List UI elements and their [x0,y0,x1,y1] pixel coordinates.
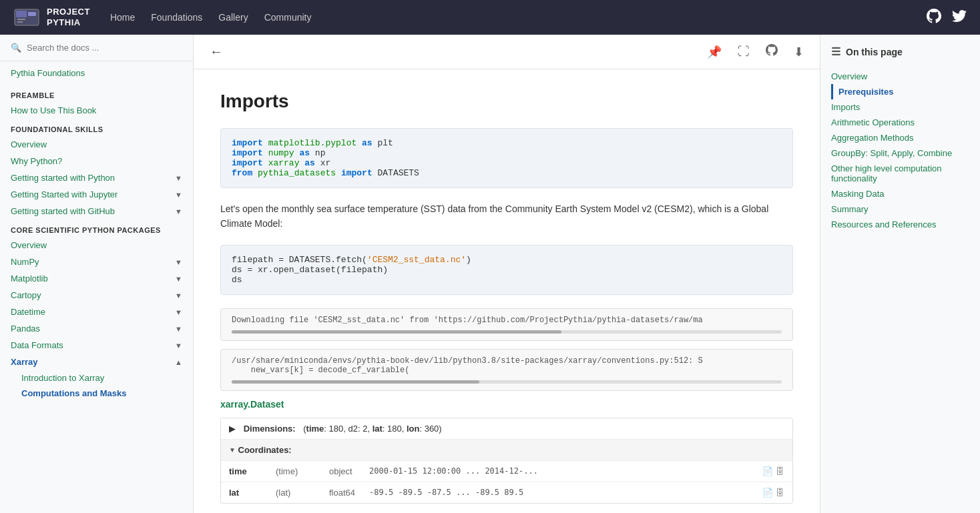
nav-social-icons [927,9,967,27]
dataset-row-time: time (time) object 2000-01-15 12:00:00 .… [221,461,792,482]
toc-item-other[interactable]: Other high level computation functionali… [831,161,969,186]
svg-rect-2 [17,19,25,20]
center-content: ← 📌 ⛶ ⬇ Imports import matplotlib.pyplot… [194,35,820,513]
toc-item-summary[interactable]: Summary [831,201,969,217]
back-button[interactable]: ← [210,44,223,59]
left-sidebar: 🔍 Pythia Foundations PREAMBLE How to Use… [0,35,194,513]
chevron-down-icon: ▼ [175,191,182,199]
svg-rect-4 [28,12,36,16]
toc-item-imports[interactable]: Imports [831,99,969,115]
svg-rect-3 [17,21,23,23]
sidebar-item-pandas[interactable]: Pandas ▼ [0,320,193,337]
search-input[interactable] [27,43,182,53]
intro-paragraph: Let's open the monthly sea surface tempe… [220,201,793,231]
nav-links: Home Foundations Gallery Community [110,12,927,23]
top-navigation: PROJECT PYTHIA Home Foundations Gallery … [0,0,980,35]
main-layout: 🔍 Pythia Foundations PREAMBLE How to Use… [0,35,980,513]
code-block-imports: import matplotlib.pyplot as plt import n… [220,128,793,188]
toc-header: ☰ On this page [831,45,969,58]
sidebar-pythia-foundations-link[interactable]: Pythia Foundations [0,61,193,85]
chevron-down-icon: ▼ [175,207,182,215]
sidebar-item-matplotlib[interactable]: Matplotlib ▼ [0,270,193,287]
fullscreen-icon[interactable]: ⛶ [738,45,750,59]
toc-item-resources[interactable]: Resources and References [831,217,969,232]
chevron-down-icon: ▼ [175,308,182,316]
chevron-down-icon: ▼ [175,258,182,266]
coordinates-header: ▼ Coordinates: [221,440,792,461]
dataset-label: xarray.Dataset [220,399,793,410]
toc-item-groupby[interactable]: GroupBy: Split, Apply, Combine [831,145,969,161]
github-content-icon[interactable] [766,44,778,59]
sidebar-item-getting-started-jupyter[interactable]: Getting Started with Jupyter ▼ [0,186,193,203]
content-toolbar: ← 📌 ⛶ ⬇ [194,35,820,69]
dataset-section: ▶ Dimensions: (time: 180, d2: 2, lat: 18… [220,418,793,504]
dataset-row-lat: lat (lat) float64 -89.5 -89.5 -87.5 ... … [221,482,792,503]
toc-item-prerequisites[interactable]: Prerequisites [831,84,969,99]
dataset-row-icons[interactable]: 📄 🗄 [762,466,784,476]
sidebar-item-overview-fs[interactable]: Overview [0,136,193,153]
right-sidebar: ☰ On this page Overview Prerequisites Im… [820,35,980,513]
content-body: Imports import matplotlib.pyplot as plt … [194,69,820,513]
sidebar-item-how-to-use[interactable]: How to Use This Book [0,102,193,119]
logo-icon [13,4,40,31]
chevron-up-icon: ▲ [175,358,182,366]
dataset-row-icons-lat[interactable]: 📄 🗄 [762,488,784,498]
chevron-down-icon: ▼ [175,275,182,283]
toc-item-masking[interactable]: Masking Data [831,186,969,201]
sidebar-item-data-formats[interactable]: Data Formats ▼ [0,337,193,354]
nav-foundations[interactable]: Foundations [151,12,202,23]
nav-home[interactable]: Home [110,12,135,23]
download-icon[interactable]: ⬇ [794,45,804,59]
chevron-down-icon: ▼ [175,174,182,182]
toc-list-icon: ☰ [831,45,840,58]
dimensions-row: ▶ Dimensions: (time: 180, d2: 2, lat: 18… [221,418,792,440]
nav-community[interactable]: Community [264,12,312,23]
output-block-download: Downloading file 'CESM2_sst_data.nc' fro… [220,308,793,341]
chevron-down-icon: ▼ [175,325,182,333]
toc-item-arithmetic[interactable]: Arithmetic Operations [831,115,969,130]
pin-icon[interactable]: 📌 [707,45,722,59]
logo-text: PROJECT PYTHIA [47,7,90,27]
toc-item-aggregation[interactable]: Aggregation Methods [831,130,969,145]
sidebar-subitem-comp-masks[interactable]: Computations and Masks [0,386,193,401]
output-block-warning: /usr/share/miniconda/envs/pythia-book-de… [220,349,793,391]
sidebar-item-xarray[interactable]: Xarray ▲ [0,354,193,370]
page-title: Imports [220,91,793,112]
search-box[interactable]: 🔍 [0,35,193,61]
chevron-down-icon: ▼ [175,292,182,300]
chevron-down-icon: ▼ [175,342,182,350]
triangle-down-icon[interactable]: ▼ [229,446,236,454]
sidebar-subitem-intro-xarray[interactable]: Introduction to Xarray [0,370,193,386]
code-block-fetch: filepath = DATASETS.fetch('CESM2_sst_dat… [220,245,793,295]
svg-rect-1 [16,11,27,17]
github-icon[interactable] [927,9,941,27]
nav-gallery[interactable]: Gallery [218,12,248,23]
sidebar-item-getting-started-github[interactable]: Getting started with GitHub ▼ [0,203,193,219]
logo[interactable]: PROJECT PYTHIA [13,4,90,31]
toc-item-overview[interactable]: Overview [831,69,969,84]
sidebar-item-why-python[interactable]: Why Python? [0,153,193,169]
sidebar-item-numpy[interactable]: NumPy ▼ [0,253,193,270]
sidebar-item-cartopy[interactable]: Cartopy ▼ [0,287,193,304]
sidebar-section-preamble: PREAMBLE [0,85,193,102]
sidebar-section-core: CORE SCIENTIFIC PYTHON PACKAGES [0,219,193,237]
search-icon: 🔍 [11,43,21,53]
sidebar-section-foundational: FOUNDATIONAL SKILLS [0,119,193,136]
sidebar-item-overview-cs[interactable]: Overview [0,237,193,253]
sidebar-item-datetime[interactable]: Datetime ▼ [0,304,193,320]
sidebar-item-getting-started-python[interactable]: Getting started with Python ▼ [0,169,193,186]
twitter-icon[interactable] [952,9,967,27]
